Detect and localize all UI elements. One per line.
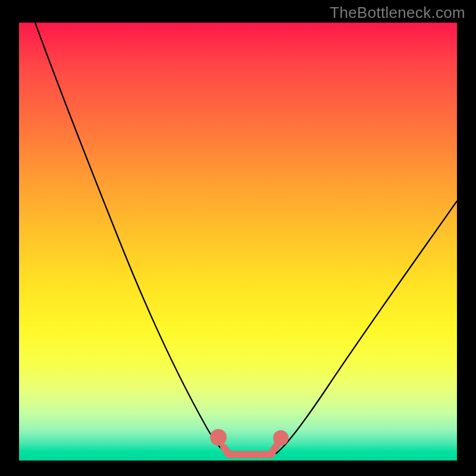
- bottom-marker: [214, 433, 285, 455]
- left-curve: [35, 23, 228, 455]
- chart-frame: TheBottleneck.com: [0, 0, 476, 476]
- svg-point-0: [214, 433, 223, 442]
- right-curve: [276, 201, 457, 453]
- plot-area: [19, 23, 457, 461]
- watermark-text: TheBottleneck.com: [330, 4, 465, 22]
- curve-svg: [19, 23, 457, 461]
- svg-point-1: [277, 434, 285, 442]
